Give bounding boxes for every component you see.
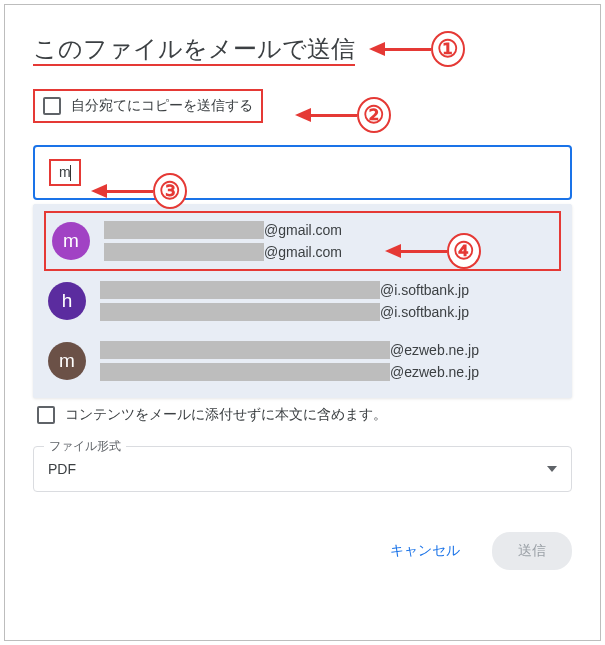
recipients-input[interactable]: m [33, 145, 572, 200]
suggestion-item[interactable]: m @gmail.com @gmail.com [44, 211, 561, 271]
email-file-dialog: このファイルをメールで送信 自分宛てにコピーを送信する m m @gmail.c… [4, 4, 601, 641]
file-format-value: PDF [48, 461, 76, 477]
dialog-actions: キャンセル 送信 [33, 532, 572, 570]
include-in-body-checkbox[interactable] [37, 406, 55, 424]
redacted-email [100, 303, 380, 321]
copy-self-label: 自分宛てにコピーを送信する [71, 97, 253, 115]
suggestion-item[interactable]: h @i.softbank.jp @i.softbank.jp [34, 271, 571, 331]
dialog-title: このファイルをメールで送信 [33, 33, 572, 65]
suggestion-text: @i.softbank.jp @i.softbank.jp [100, 281, 557, 321]
file-format-field-label: ファイル形式 [44, 438, 126, 455]
include-in-body-label: コンテンツをメールに添付せずに本文に含めます。 [65, 406, 387, 424]
annotation-highlight-2: 自分宛てにコピーを送信する [33, 89, 263, 123]
chevron-down-icon [547, 466, 557, 472]
avatar: m [48, 342, 86, 380]
redacted-name [104, 221, 264, 239]
copy-self-checkbox[interactable] [43, 97, 61, 115]
redacted-email [104, 243, 264, 261]
suggestion-text: @ezweb.ne.jp @ezweb.ne.jp [100, 341, 557, 381]
send-button[interactable]: 送信 [492, 532, 572, 570]
suggestion-text: @gmail.com @gmail.com [104, 221, 553, 261]
avatar: h [48, 282, 86, 320]
avatar: m [52, 222, 90, 260]
text-caret-icon [70, 165, 71, 181]
cancel-button[interactable]: キャンセル [378, 534, 472, 568]
email-suggestions-dropdown: m @gmail.com @gmail.com h @i.softbank.jp… [33, 204, 572, 398]
annotation-highlight-3: m [49, 159, 81, 186]
redacted-email [100, 363, 390, 381]
file-format-select[interactable]: ファイル形式 PDF [33, 446, 572, 492]
suggestion-item[interactable]: m @ezweb.ne.jp @ezweb.ne.jp [34, 331, 571, 391]
redacted-name [100, 281, 380, 299]
redacted-name [100, 341, 390, 359]
